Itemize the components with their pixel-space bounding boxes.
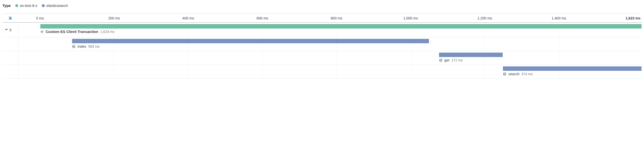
span-label-index: index 963 ms xyxy=(72,44,100,48)
legend-swatch-0 xyxy=(15,4,18,7)
tick-label: 400 ms xyxy=(182,16,194,20)
row-track-search: search 374 ms xyxy=(18,65,642,78)
span-bar-index[interactable] xyxy=(72,39,429,43)
timeline: 0 ms200 ms400 ms600 ms800 ms1,000 ms1,20… xyxy=(2,14,642,79)
row-gutter xyxy=(2,51,18,65)
tick-label: 1,623 ms xyxy=(626,16,642,20)
trace-row-search[interactable]: search 374 ms xyxy=(2,65,642,79)
trace-row-transaction[interactable]: 3 Custom ES Client Transaction 1,623 ms xyxy=(2,22,642,37)
span-name: get xyxy=(444,58,450,62)
legend-title: Type xyxy=(2,4,11,8)
span-label-get: get 172 ms xyxy=(439,58,463,62)
row-child-count: 3 xyxy=(9,28,11,32)
span-duration: 1,623 ms xyxy=(100,30,114,34)
span-name: index xyxy=(78,44,86,48)
tick-label: 1,000 ms xyxy=(403,16,418,20)
collapse-all-icon xyxy=(8,16,12,20)
span-bar-get[interactable] xyxy=(439,52,503,57)
tick-label: 1,400 ms xyxy=(552,16,566,20)
rows-area: 3 Custom ES Client Transaction 1,623 ms xyxy=(2,22,642,79)
time-axis: 0 ms200 ms400 ms600 ms800 ms1,000 ms1,20… xyxy=(2,14,642,22)
trace-row-index[interactable]: index 963 ms xyxy=(2,37,642,51)
span-name: Custom ES Client Transaction xyxy=(46,30,98,34)
row-track-transaction: Custom ES Client Transaction 1,623 ms xyxy=(18,22,642,37)
span-duration: 374 ms xyxy=(521,72,533,76)
apm-icon xyxy=(40,30,44,34)
collapse-all-button[interactable] xyxy=(2,16,18,20)
database-icon xyxy=(72,45,76,48)
trace-row-get[interactable]: get 172 ms xyxy=(2,51,642,65)
legend-item-0[interactable]: es-test-8-x xyxy=(15,4,37,8)
ticks-area: 0 ms200 ms400 ms600 ms800 ms1,000 ms1,20… xyxy=(18,14,642,22)
database-icon xyxy=(439,58,442,62)
database-icon xyxy=(503,72,506,76)
span-bar-search[interactable] xyxy=(503,66,642,71)
span-label-search: search 374 ms xyxy=(503,72,533,76)
legend-text-1: elasticsearch xyxy=(46,4,68,8)
span-label-transaction: Custom ES Client Transaction 1,623 ms xyxy=(40,30,114,34)
span-bar-transaction[interactable] xyxy=(40,24,642,28)
legend-text-0: es-test-8-x xyxy=(20,4,37,8)
chevron-down-icon xyxy=(5,28,8,32)
row-gutter xyxy=(2,37,18,51)
svg-point-3 xyxy=(504,72,506,74)
row-track-get: get 172 ms xyxy=(18,51,642,65)
tick-label: 0 ms xyxy=(36,16,44,20)
span-name: search xyxy=(508,72,520,76)
tick-label: 200 ms xyxy=(108,16,120,20)
row-track-index: index 963 ms xyxy=(18,37,642,51)
svg-point-1 xyxy=(73,45,75,46)
svg-point-2 xyxy=(440,59,442,60)
row-gutter xyxy=(2,65,18,78)
legend-row: Type es-test-8-x elasticsearch xyxy=(2,2,642,11)
tick-label: 600 ms xyxy=(256,16,268,20)
span-duration: 963 ms xyxy=(88,44,100,48)
legend-swatch-1 xyxy=(42,4,45,7)
legend-item-1[interactable]: elasticsearch xyxy=(42,4,68,8)
span-duration: 172 ms xyxy=(451,58,462,62)
tick-label: 800 ms xyxy=(330,16,342,20)
row-toggle[interactable]: 3 xyxy=(2,22,18,37)
tick-label: 1,200 ms xyxy=(477,16,492,20)
